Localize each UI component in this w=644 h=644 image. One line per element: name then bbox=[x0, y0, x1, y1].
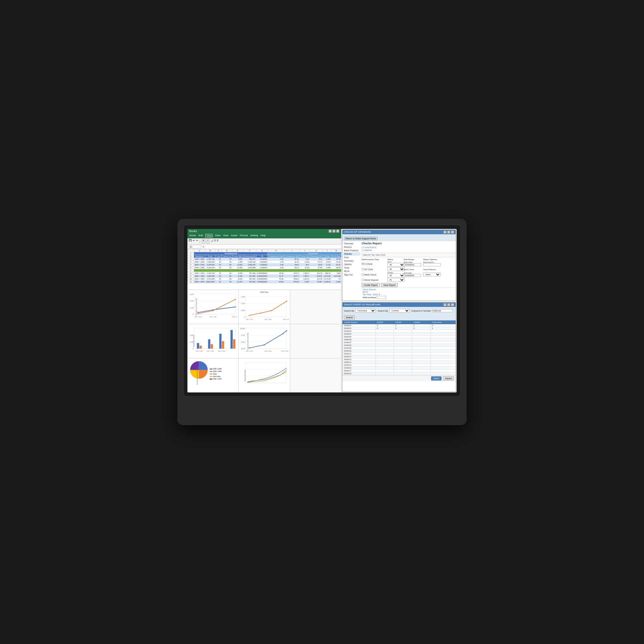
formula-input[interactable] bbox=[206, 246, 340, 248]
ef-return-home-btn[interactable]: Return to Drake Support Home bbox=[344, 237, 378, 240]
col-c[interactable]: C bbox=[215, 249, 222, 252]
col-j[interactable]: J bbox=[300, 249, 310, 252]
keyword-input[interactable] bbox=[432, 309, 453, 312]
client-search-link[interactable]: Client Search bbox=[363, 288, 454, 291]
table-row: 0000006 bbox=[343, 338, 456, 341]
sidebar-item-summary[interactable]: Summary bbox=[343, 259, 360, 263]
restricted-input[interactable] bbox=[423, 263, 441, 266]
print-select[interactable]: All bbox=[387, 263, 405, 267]
chart-empty-bottom-right bbox=[290, 358, 341, 392]
col-b[interactable]: B bbox=[205, 249, 215, 252]
ribbon-italic[interactable]: I bbox=[206, 239, 209, 244]
save-report-btn[interactable]: Save Report bbox=[381, 283, 398, 287]
gb-3: 0.000000 bbox=[256, 264, 268, 266]
excel-minimize-btn[interactable]: — bbox=[329, 230, 332, 233]
all2-field: All bbox=[387, 278, 403, 282]
direct-deposit-radio[interactable] bbox=[362, 279, 364, 281]
start-date-input[interactable] bbox=[404, 263, 421, 266]
comp-4: 0.60 bbox=[268, 266, 284, 269]
crisip-footer: Select Cancel bbox=[342, 375, 456, 381]
bank-check-radio[interactable] bbox=[362, 273, 364, 276]
svg-text:1280 x 1024: 1280 x 1024 bbox=[196, 350, 203, 352]
create-report-btn[interactable]: Create Report bbox=[362, 283, 380, 287]
ssn-input[interactable] bbox=[377, 296, 386, 299]
menu-edit[interactable]: Edit bbox=[198, 234, 203, 237]
comp-2: 0.35 bbox=[268, 261, 284, 264]
excel-close-btn[interactable]: ✕ bbox=[336, 230, 339, 233]
col-i[interactable]: I bbox=[284, 249, 300, 252]
col-g[interactable]: G bbox=[256, 249, 268, 252]
monitor-outer: Book1 — □ ✕ Home Edit View Data View Ins… bbox=[177, 219, 467, 425]
sidebar-item-checks[interactable]: Checks bbox=[343, 252, 360, 256]
col-m[interactable]: M bbox=[331, 249, 341, 252]
ribbon-bold[interactable]: B bbox=[202, 239, 205, 244]
all2-select[interactable]: All bbox=[387, 278, 405, 282]
sidebar-item-tools[interactable]: Tools bbox=[343, 266, 360, 269]
efin-link[interactable]: EFIN: bbox=[363, 291, 454, 293]
ef-close-btn[interactable]: ✕ bbox=[451, 230, 454, 234]
col-k[interactable]: K bbox=[310, 249, 323, 252]
ef-instructions-toggle[interactable]: (+) Instructions bbox=[362, 246, 455, 248]
col-l[interactable]: L bbox=[323, 249, 331, 252]
crisip-c3 bbox=[412, 364, 430, 367]
end-date-input[interactable] bbox=[404, 274, 421, 277]
svg-text:2048 x 2048: 2048 x 2048 bbox=[218, 350, 225, 352]
excel-maximize-btn[interactable]: □ bbox=[332, 230, 336, 233]
int30-3: 93.31 bbox=[331, 264, 341, 266]
crisip-select-btn[interactable]: Select bbox=[431, 376, 441, 380]
sidebar-item-options[interactable]: Options bbox=[343, 263, 360, 266]
saved-reports-select[interactable]: Select bbox=[423, 273, 441, 276]
res-1600b: 1600 × 1200 bbox=[194, 275, 205, 278]
ef-maximize-btn[interactable]: □ bbox=[447, 230, 450, 234]
ef-options-toggle[interactable]: (-) Options bbox=[362, 249, 455, 251]
sidebar-item-fees[interactable]: Fees bbox=[343, 256, 360, 259]
sv-card-radio[interactable] bbox=[362, 268, 364, 270]
framekb-8: 0.842 bbox=[300, 280, 310, 283]
crisip-name bbox=[430, 333, 455, 336]
menu-data[interactable]: Data bbox=[215, 234, 220, 237]
crisip-maximize-btn[interactable]: □ bbox=[447, 303, 450, 306]
menu-help[interactable]: Help bbox=[261, 234, 266, 237]
menu-view[interactable]: View bbox=[205, 234, 213, 237]
cell-reference[interactable] bbox=[189, 245, 201, 248]
sidebar-item-sign-out[interactable]: Sign Out bbox=[343, 273, 360, 276]
status-header: Status bbox=[387, 258, 403, 260]
ef-minimize-btn[interactable]: — bbox=[443, 230, 447, 234]
crisip-c3 bbox=[412, 372, 430, 375]
check2-select[interactable]: All bbox=[387, 274, 405, 277]
crisip-number: 0000015 bbox=[343, 364, 376, 367]
menu-format[interactable]: Format bbox=[240, 234, 247, 237]
check-radio[interactable] bbox=[362, 263, 364, 265]
contents-select[interactable]: Contents bbox=[389, 309, 410, 313]
col-e[interactable]: E bbox=[232, 249, 243, 252]
crisip-table: CRISIP Number CRISIP CRISIP CRISIP Fund … bbox=[342, 320, 456, 375]
col-a[interactable]: A bbox=[194, 249, 205, 252]
sidebar-item-bank-products[interactable]: Bank Products bbox=[343, 249, 360, 252]
res-2850: 2850 × 1600 bbox=[194, 280, 205, 283]
sidebar-item-overview[interactable]: Overview bbox=[343, 242, 360, 245]
fund-name-select[interactable]: Fund name bbox=[355, 309, 376, 313]
chart-compressed-frame: Compressed Frame Size 25.00 50.00 75.00 … bbox=[239, 324, 290, 358]
search-btn[interactable]: Search bbox=[344, 315, 355, 319]
sidebar-item-returns[interactable]: Returns bbox=[343, 245, 360, 249]
tax-year-link[interactable]: Tax Year : 2018 ▼ bbox=[363, 293, 454, 296]
row-num: 1 bbox=[188, 252, 194, 255]
all-select[interactable]: All bbox=[387, 267, 405, 271]
crisip-cancel-btn[interactable]: Cancel bbox=[443, 376, 454, 380]
menu-home[interactable]: Home bbox=[189, 234, 196, 237]
sidebar-item-mcm[interactable]: MCM bbox=[343, 269, 360, 273]
svg-rect-0 bbox=[194, 294, 236, 314]
crisip-c2 bbox=[394, 338, 412, 341]
crisip-close-btn[interactable]: ✕ bbox=[451, 303, 454, 306]
menu-insert[interactable]: Insert bbox=[231, 234, 237, 237]
ef-main-content: Checks Report (+) Instructions (-) Optio… bbox=[362, 242, 455, 300]
capture-3: 60 bbox=[222, 264, 232, 266]
menu-view2[interactable]: View bbox=[223, 234, 228, 237]
crisip-minimize-btn[interactable]: — bbox=[443, 303, 447, 306]
col-f[interactable]: F bbox=[243, 249, 256, 252]
menu-setting[interactable]: Setting bbox=[250, 234, 258, 237]
table-row: 0000012 bbox=[343, 355, 456, 358]
col-h[interactable]: H bbox=[268, 249, 284, 252]
end-date-field: End Date: bbox=[404, 272, 423, 277]
col-d[interactable]: D bbox=[222, 249, 232, 252]
